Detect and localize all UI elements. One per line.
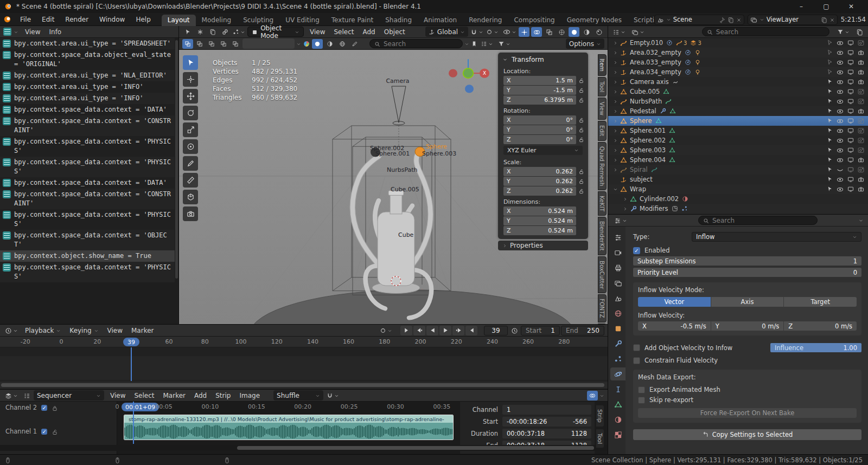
jump-end-button[interactable] (465, 326, 477, 335)
brush-icon[interactable] (349, 39, 360, 49)
disable-render-toggle-icon[interactable] (856, 108, 866, 115)
menu-help[interactable]: Help (130, 16, 156, 23)
new-collection-icon[interactable] (854, 27, 865, 37)
properties-tab-object[interactable] (610, 322, 626, 335)
outliner-row-sphere-004[interactable]: Sphere.004 (608, 155, 868, 165)
sidebar-tab-fontz[interactable]: FONTZ (598, 294, 607, 322)
priority-level-field[interactable]: Priority Level0 (633, 268, 861, 277)
timeline-playhead[interactable] (131, 347, 132, 381)
object-name[interactable]: Cube.005 (630, 88, 660, 95)
expander-icon[interactable] (611, 107, 619, 115)
cursor-tool[interactable] (183, 72, 198, 87)
object-name[interactable]: NurbsPath (630, 98, 662, 105)
sequencer-overlay-chevron-icon[interactable] (599, 392, 604, 399)
expander-icon[interactable] (611, 78, 619, 86)
transform-rotation-x-field[interactable]: X0° (503, 115, 576, 125)
transform-panel-header[interactable]: Transform (498, 55, 588, 66)
filter-type-dropdown[interactable] (479, 39, 495, 49)
outliner-row-sphere-001[interactable]: Sphere.001 (608, 126, 868, 135)
transform-scale-y-field[interactable]: Y0.262 (503, 177, 576, 186)
outliner-row-camera-axis[interactable]: Camera axis (608, 77, 868, 87)
disable-viewport-toggle-icon[interactable] (845, 118, 856, 125)
disable-viewport-toggle-icon[interactable] (845, 40, 856, 47)
timeline-scrollbar[interactable] (0, 382, 608, 388)
influence-slider[interactable]: Influence1.00 (770, 343, 861, 352)
hide-viewport-toggle-icon[interactable] (835, 108, 845, 115)
prev-keyframe-button[interactable] (413, 326, 425, 335)
auto-keying-toggle[interactable] (378, 326, 394, 335)
audio-strip[interactable]: stomp-rap-adrenaline-133120.mp3 | //..\0… (124, 415, 454, 440)
active-tool-field[interactable] (242, 38, 295, 49)
lock-icon[interactable] (578, 137, 585, 143)
info-line[interactable]: bpy.context.space_data.object_eval_state… (0, 49, 175, 70)
object-name[interactable]: Camera axis (630, 78, 669, 86)
scene-selector[interactable]: Scene (654, 15, 744, 25)
rotation-mode-dropdown[interactable]: XYZ Euler (503, 146, 583, 155)
rotate-tool[interactable] (183, 106, 198, 120)
disable-viewport-toggle-icon[interactable] (845, 147, 856, 154)
info-line[interactable]: bpy.context.area.ui_type = 'NLA_EDITOR' (0, 70, 175, 81)
workspace-tab-modeling[interactable]: Modeling (196, 15, 238, 26)
lock-icon[interactable] (578, 97, 585, 103)
transform-dimensions-z-field[interactable]: Z0.524 m (503, 226, 576, 235)
viewport-menu-add[interactable]: Add (359, 28, 380, 36)
properties-options-chevron-icon[interactable] (858, 217, 864, 224)
selectable-toggle-icon[interactable] (825, 108, 835, 115)
menu-render[interactable]: Render (60, 16, 94, 23)
info-scrollbar[interactable] (175, 40, 178, 279)
selectable-toggle-icon[interactable] (825, 79, 835, 86)
strip-start-field[interactable]: -00:00:18:26-566 (502, 417, 591, 427)
use-preview-range-icon[interactable] (509, 326, 520, 335)
strip-duration-field[interactable]: 00:00:37:181128 (502, 429, 591, 438)
maximize-button[interactable]: ▢ (814, 0, 839, 13)
channel-2-checkbox[interactable]: ✓ (41, 405, 47, 411)
selectable-toggle-icon[interactable] (825, 118, 835, 125)
properties-tab-material[interactable] (610, 413, 626, 426)
channel-1-checkbox[interactable]: ✓ (41, 429, 47, 435)
delete-scene-icon[interactable] (736, 16, 742, 23)
transform-rotation-y-field[interactable]: Y0° (503, 125, 576, 134)
selectable-toggle-icon[interactable] (825, 40, 835, 47)
pin-scene-icon[interactable] (719, 16, 725, 23)
disable-viewport-toggle-icon[interactable] (845, 59, 856, 66)
object-name[interactable]: Sphere.001 (630, 127, 666, 134)
properties-tab-world[interactable] (610, 307, 626, 320)
object-name[interactable]: Cylinder.002 (640, 195, 679, 203)
transform-location-y-field[interactable]: Y-1.5 m (503, 86, 576, 95)
outliner-row-cylinder-002[interactable]: Cylinder.002 (608, 194, 868, 204)
properties-tab-modifiers[interactable] (610, 337, 626, 350)
disable-render-toggle-icon[interactable] (856, 118, 866, 125)
lock-icon[interactable] (578, 127, 585, 133)
disable-render-toggle-icon[interactable] (856, 176, 866, 183)
xray-toggle[interactable] (544, 27, 554, 37)
disable-render-toggle-icon[interactable] (856, 127, 866, 134)
info-line[interactable]: bpy.context.space_data.context = 'DATA' (0, 177, 175, 189)
add-object-velocity-checkbox[interactable] (633, 344, 640, 351)
expander-icon[interactable] (611, 98, 619, 105)
sidebar-tab-kekit[interactable]: KeKIT (598, 191, 607, 216)
info-editor-type-icon[interactable] (3, 28, 11, 36)
transform-dimensions-x-field[interactable]: X0.524 m (503, 206, 576, 216)
object-name[interactable]: Area.032_empty (630, 49, 681, 56)
hide-viewport-toggle-icon[interactable] (835, 147, 845, 154)
timeline-menu-marker[interactable]: Marker (127, 327, 158, 334)
disable-render-toggle-icon[interactable] (856, 59, 866, 66)
selectable-toggle-icon[interactable] (825, 166, 835, 173)
info-line[interactable]: bpy.context.space_data.context = 'OBJECT… (0, 230, 175, 250)
selectable-toggle-icon[interactable] (825, 49, 835, 56)
move-tool[interactable] (183, 89, 198, 104)
disable-render-toggle-icon[interactable] (856, 49, 866, 56)
expander-icon[interactable] (621, 195, 629, 203)
show-overlays-toggle[interactable] (531, 27, 542, 37)
hide-viewport-toggle-icon[interactable] (835, 59, 845, 66)
channel-1-lock-icon[interactable] (52, 428, 58, 435)
selectable-toggle-icon[interactable] (825, 59, 835, 66)
viewport-menu-select[interactable]: Select (329, 28, 358, 36)
matcap-toggle[interactable] (312, 39, 323, 49)
type-dropdown[interactable]: Inflow (692, 232, 861, 242)
camera-view-tool[interactable] (183, 206, 198, 221)
sidebar-tab-view[interactable]: View (598, 98, 607, 120)
properties-tab-constraints[interactable] (610, 383, 626, 396)
velocity-mode-vector[interactable]: Vector (638, 297, 711, 307)
sidebar-tab-blenderkit[interactable]: BlenderKit (598, 217, 607, 255)
